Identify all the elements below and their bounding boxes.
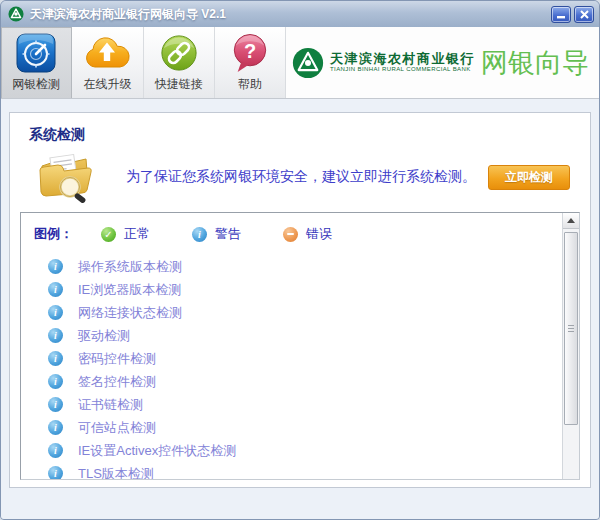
- bank-logo-icon: [8, 6, 24, 22]
- check-list-item[interactable]: i 签名控件检测: [21, 370, 579, 393]
- info-icon: i: [48, 328, 63, 343]
- check-rows: i 操作系统版本检测 i IE浏览器版本检测 i 网络连接状态检测: [21, 255, 579, 480]
- info-icon: i: [192, 227, 207, 242]
- window-title: 天津滨海农村商业银行网银向导 V2.1: [30, 6, 548, 23]
- check-list-item[interactable]: i 可信站点检测: [21, 416, 579, 439]
- bank-logo-icon: [292, 47, 324, 79]
- close-icon: [580, 10, 589, 19]
- scrollbar-thumb[interactable]: [564, 232, 578, 425]
- check-list-item[interactable]: i 证书链检测: [21, 393, 579, 416]
- detect-now-button[interactable]: 立即检测: [488, 165, 570, 190]
- legend-row: 图例： ✓ 正常 i 警告 错误: [21, 213, 579, 255]
- check-list-item[interactable]: i IE设置Activex控件状态检测: [21, 439, 579, 462]
- chain-link-icon: [160, 34, 198, 72]
- toolbar-item-bank-detect[interactable]: 网银检测: [1, 27, 72, 98]
- check-list-item[interactable]: i 操作系统版本检测: [21, 255, 579, 278]
- check-list-box: 图例： ✓ 正常 i 警告 错误: [20, 212, 580, 480]
- check-ok-icon: ✓: [101, 227, 116, 242]
- intro-row: 为了保证您系统网银环境安全，建议立即进行系统检测。 立即检测: [10, 144, 590, 206]
- toolbar-item-online-upgrade[interactable]: 在线升级: [72, 27, 143, 98]
- bank-name-en: TIANJIN BINHAI RURAL COMMERCIAL BANK: [330, 66, 475, 73]
- system-detect-panel: 系统检测: [9, 112, 591, 488]
- info-icon: i: [48, 282, 63, 297]
- scroll-up-button[interactable]: [563, 213, 579, 229]
- close-button[interactable]: [574, 6, 594, 23]
- minimize-icon: [557, 16, 565, 19]
- toolbar-item-quick-links[interactable]: 快捷链接: [144, 27, 215, 98]
- check-list-item[interactable]: i TLS版本检测: [21, 462, 579, 480]
- title-bar: 天津滨海农村商业银行网银向导 V2.1: [1, 1, 599, 27]
- legend-title: 图例：: [34, 225, 73, 243]
- toolbar: 网银检测 在线升级: [1, 27, 599, 99]
- info-icon: i: [48, 351, 63, 366]
- intro-text: 为了保证您系统网银环境安全，建议立即进行系统检测。: [126, 168, 488, 186]
- check-list-item[interactable]: i 网络连接状态检测: [21, 301, 579, 324]
- info-icon: i: [48, 466, 63, 480]
- bank-brand: 天津滨海农村商业银行 TIANJIN BINHAI RURAL COMMERCI…: [286, 27, 599, 98]
- toolbar-item-label: 帮助: [238, 76, 262, 93]
- toolbar-item-label: 快捷链接: [155, 76, 203, 93]
- check-list-item[interactable]: i 驱动检测: [21, 324, 579, 347]
- product-name: 网银向导: [481, 45, 589, 81]
- app-window: 天津滨海农村商业银行网银向导 V2.1: [0, 0, 600, 520]
- check-list-item[interactable]: i IE浏览器版本检测: [21, 278, 579, 301]
- check-list-item[interactable]: i 密码控件检测: [21, 347, 579, 370]
- svg-text:?: ?: [244, 39, 256, 61]
- radar-detect-icon: [16, 33, 56, 73]
- legend-item-warning: i 警告: [192, 225, 241, 243]
- section-title: 系统检测: [10, 113, 590, 144]
- info-icon: i: [48, 374, 63, 389]
- error-icon: [283, 227, 298, 242]
- legend-item-error: 错误: [283, 225, 332, 243]
- toolbar-item-label: 在线升级: [83, 76, 131, 93]
- bank-name-cn: 天津滨海农村商业银行: [330, 52, 475, 66]
- toolbar-item-label: 网银检测: [12, 76, 60, 93]
- main-area: 系统检测: [1, 99, 599, 519]
- cloud-upload-icon: [84, 36, 130, 70]
- minimize-button[interactable]: [551, 6, 571, 23]
- info-icon: i: [48, 443, 63, 458]
- info-icon: i: [48, 397, 63, 412]
- info-icon: i: [48, 259, 63, 274]
- question-bubble-icon: ?: [231, 33, 269, 73]
- folder-search-icon: [34, 150, 96, 204]
- info-icon: i: [48, 420, 63, 435]
- toolbar-item-help[interactable]: ? 帮助: [215, 27, 286, 98]
- legend-item-normal: ✓ 正常: [101, 225, 150, 243]
- vertical-scrollbar[interactable]: [562, 213, 579, 479]
- info-icon: i: [48, 305, 63, 320]
